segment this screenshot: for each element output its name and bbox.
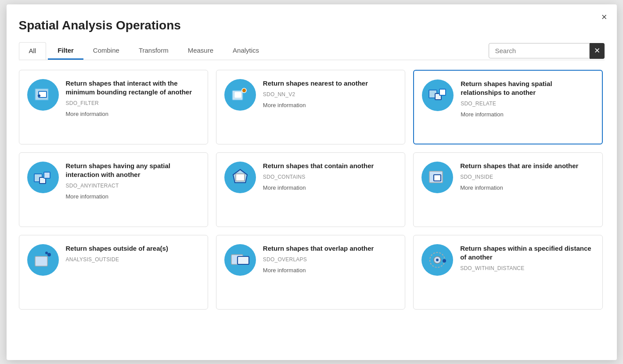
card-code-sdo-within-distance: SDO_WITHIN_DISTANCE [460,265,594,271]
card-content-sdo-relate: Return shapes having spatial relationshi… [461,79,594,119]
svg-point-32 [443,259,446,263]
card-sdo-contains[interactable]: Return shapes that contain another SDO_C… [216,152,405,227]
card-title-sdo-contains: Return shapes that contain another [263,162,397,170]
card-sdo-filter[interactable]: Return shapes that interact with the min… [19,70,208,144]
card-title-sdo-filter: Return shapes that interact with the min… [66,79,200,97]
card-sdo-within-distance[interactable]: Return shapes within a specified distanc… [413,235,602,310]
card-sdo-nn-v2[interactable]: Return shapes nearest to another SDO_NN_… [216,70,405,144]
card-title-sdo-within-distance: Return shapes within a specified distanc… [460,244,594,262]
svg-rect-20 [434,175,441,181]
card-code-sdo-inside: SDO_INSIDE [460,174,594,180]
svg-rect-17 [236,174,245,181]
tab-all[interactable]: All [19,42,47,60]
svg-rect-6 [235,92,241,97]
svg-rect-15 [44,172,50,178]
filter-icon [27,79,59,111]
inside-icon [421,162,453,193]
card-link-sdo-anyinteract[interactable]: More information [66,193,109,200]
card-link-sdo-relate[interactable]: More information [461,111,504,118]
svg-point-3 [38,94,40,97]
anyinteract-icon [27,162,59,193]
card-analysis-outside[interactable]: Return shapes outside of area(s) ANALYSI… [19,235,208,310]
tab-measure[interactable]: Measure [178,42,223,60]
svg-point-24 [45,252,48,254]
card-code-sdo-relate: SDO_RELATE [461,101,594,107]
svg-rect-22 [35,256,47,266]
card-code-sdo-nn-v2: SDO_NN_V2 [263,91,397,97]
close-button[interactable]: × [601,12,607,22]
card-code-sdo-contains: SDO_CONTAINS [263,174,397,180]
card-link-sdo-nn-v2[interactable]: More information [263,102,306,108]
contains-icon [224,162,256,193]
svg-point-7 [242,88,246,93]
card-title-sdo-nn-v2: Return shapes nearest to another [263,79,397,88]
svg-point-31 [436,259,439,261]
card-content-analysis-outside: Return shapes outside of area(s) ANALYSI… [66,244,200,266]
card-content-sdo-overlaps: Return shapes that overlap another SDO_O… [263,244,397,274]
card-sdo-relate[interactable]: Return shapes having spatial relationshi… [413,70,602,144]
cards-grid: Return shapes that interact with the min… [19,70,605,310]
search-wrap: ✕ [489,43,605,59]
card-sdo-inside[interactable]: Return shapes that are inside another SD… [413,152,602,227]
search-clear-button[interactable]: ✕ [590,43,605,59]
within-distance-icon [421,244,453,276]
card-link-sdo-overlaps[interactable]: More information [263,267,306,274]
card-sdo-anyinteract[interactable]: Return shapes having any spatial interac… [19,152,208,227]
card-content-sdo-within-distance: Return shapes within a specified distanc… [460,244,594,275]
card-link-sdo-inside[interactable]: More information [460,184,503,191]
card-code-sdo-overlaps: SDO_OVERLAPS [263,256,397,263]
tab-filter[interactable]: Filter [48,42,83,60]
nearest-icon [224,79,256,111]
card-code-analysis-outside: ANALYSIS_OUTSIDE [66,256,200,263]
card-content-sdo-inside: Return shapes that are inside another SD… [460,162,594,191]
card-content-sdo-filter: Return shapes that interact with the min… [66,79,200,118]
tab-analytics[interactable]: Analytics [223,42,269,60]
card-code-sdo-filter: SDO_FILTER [66,100,200,106]
card-title-sdo-relate: Return shapes having spatial relationshi… [461,79,594,97]
outside-icon [27,244,59,276]
modal: × Spatial Analysis Operations All Filter… [7,4,617,360]
card-sdo-overlaps[interactable]: Return shapes that overlap another SDO_O… [216,235,405,310]
card-title-analysis-outside: Return shapes outside of area(s) [66,244,200,253]
overlaps-icon [224,244,256,276]
modal-title: Spatial Analysis Operations [19,18,605,32]
card-title-sdo-overlaps: Return shapes that overlap another [263,244,397,253]
card-title-sdo-inside: Return shapes that are inside another [460,162,594,170]
tabs-row: All Filter Combine Transform Measure Ana… [19,42,605,60]
card-link-sdo-contains[interactable]: More information [263,184,306,191]
svg-point-23 [47,253,51,256]
card-content-sdo-contains: Return shapes that contain another SDO_C… [263,162,397,191]
svg-rect-27 [238,256,249,264]
card-code-sdo-anyinteract: SDO_ANYINTERACT [66,183,200,189]
card-link-sdo-filter[interactable]: More information [66,111,109,117]
card-title-sdo-anyinteract: Return shapes having any spatial interac… [66,162,200,180]
card-content-sdo-nn-v2: Return shapes nearest to another SDO_NN_… [263,79,397,109]
tab-transform[interactable]: Transform [129,42,178,60]
card-content-sdo-anyinteract: Return shapes having any spatial interac… [66,162,200,201]
relate-icon [422,79,454,111]
svg-rect-11 [439,89,446,95]
search-input[interactable] [489,43,590,58]
tab-combine[interactable]: Combine [83,42,129,60]
